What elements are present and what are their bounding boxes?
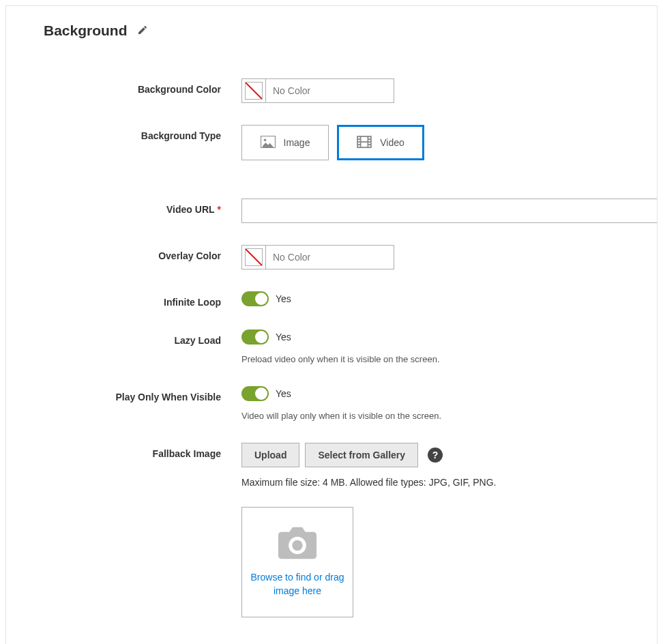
lazy-load-toggle[interactable] bbox=[241, 330, 269, 345]
dropzone-text: Browse to find or drag image here bbox=[242, 571, 353, 598]
bg-color-picker bbox=[241, 78, 657, 103]
row-background-type: Background Type Image bbox=[44, 125, 657, 160]
row-lazy-load: Lazy Load Yes Preload video only when it… bbox=[44, 330, 657, 364]
bg-type-image-label: Image bbox=[284, 137, 310, 148]
row-background-color: Background Color bbox=[44, 78, 657, 103]
select-gallery-button[interactable]: Select from Gallery bbox=[305, 443, 418, 467]
fallback-dropzone[interactable]: Browse to find or drag image here bbox=[241, 507, 353, 617]
infinite-loop-toggle[interactable] bbox=[241, 291, 269, 306]
play-visible-value: Yes bbox=[276, 388, 291, 399]
row-fallback-image: Fallback Image Upload Select from Galler… bbox=[44, 443, 657, 617]
video-url-input[interactable] bbox=[241, 199, 657, 223]
label-play-visible: Play Only When Visible bbox=[44, 386, 241, 402]
label-overlay-color: Overlay Color bbox=[44, 245, 241, 261]
label-lazy-load: Lazy Load bbox=[44, 330, 241, 346]
row-infinite-loop: Infinite Loop Yes bbox=[44, 291, 657, 308]
section-title: Background bbox=[44, 23, 128, 39]
overlay-color-input[interactable] bbox=[266, 245, 394, 269]
bg-type-option-video[interactable]: Video bbox=[337, 125, 424, 160]
overlay-color-picker bbox=[241, 245, 657, 269]
label-fallback-image: Fallback Image bbox=[44, 443, 241, 459]
camera-icon bbox=[278, 527, 316, 561]
bg-color-input[interactable] bbox=[266, 78, 394, 103]
lazy-load-help: Preload video only when it is visible on… bbox=[241, 354, 657, 364]
edit-icon[interactable] bbox=[137, 25, 148, 38]
row-overlay-color: Overlay Color bbox=[44, 245, 657, 269]
fallback-note: Maximum file size: 4 MB. Allowed file ty… bbox=[241, 477, 657, 488]
infinite-loop-value: Yes bbox=[276, 293, 291, 304]
bg-color-swatch[interactable] bbox=[241, 78, 266, 103]
lazy-load-value: Yes bbox=[276, 332, 291, 342]
bg-type-group: Image bbox=[241, 125, 657, 160]
no-color-icon bbox=[245, 248, 263, 266]
help-icon[interactable]: ? bbox=[428, 448, 443, 463]
row-play-visible: Play Only When Visible Yes Video will pl… bbox=[44, 386, 657, 421]
no-color-icon bbox=[245, 82, 263, 100]
background-panel: Background Background Color Background T… bbox=[5, 5, 658, 644]
label-video-url: Video URL* bbox=[44, 199, 241, 215]
bg-type-video-label: Video bbox=[380, 137, 404, 148]
row-video-url: Video URL* bbox=[44, 199, 657, 223]
overlay-color-swatch[interactable] bbox=[241, 245, 266, 269]
upload-button[interactable]: Upload bbox=[241, 443, 299, 467]
play-visible-help: Video will play only when it is visible … bbox=[241, 411, 657, 421]
video-icon bbox=[357, 136, 372, 150]
label-background-type: Background Type bbox=[44, 125, 241, 141]
image-icon bbox=[261, 136, 276, 150]
label-background-color: Background Color bbox=[44, 78, 241, 95]
svg-point-1 bbox=[263, 138, 266, 141]
play-visible-toggle[interactable] bbox=[241, 386, 269, 401]
required-marker: * bbox=[218, 204, 221, 215]
section-header: Background bbox=[44, 23, 657, 39]
bg-type-option-image[interactable]: Image bbox=[241, 125, 329, 160]
label-infinite-loop: Infinite Loop bbox=[44, 291, 241, 308]
